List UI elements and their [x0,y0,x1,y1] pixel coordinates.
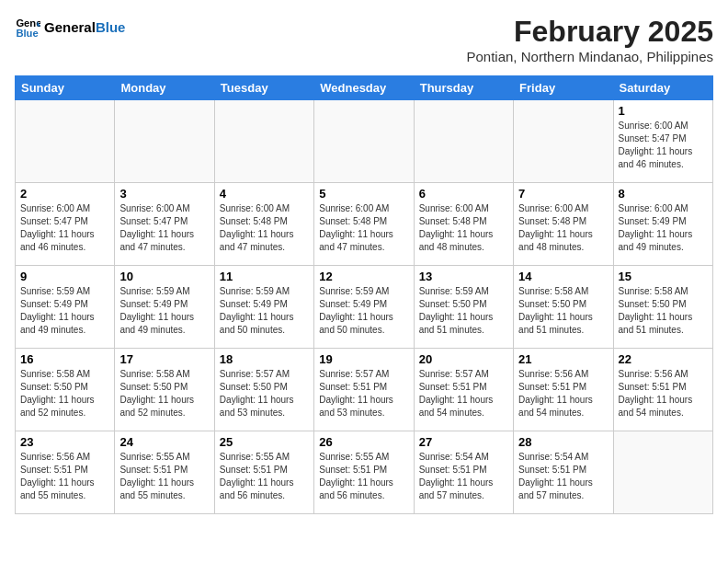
day-number: 4 [220,187,309,201]
calendar-cell: 19Sunrise: 5:57 AM Sunset: 5:51 PM Dayli… [314,349,414,431]
calendar-cell: 23Sunrise: 5:56 AM Sunset: 5:51 PM Dayli… [16,431,115,514]
day-number: 24 [119,435,209,449]
day-number: 10 [119,270,209,283]
day-number: 18 [220,352,309,366]
week-row-4: 16Sunrise: 5:58 AM Sunset: 5:50 PM Dayli… [16,349,713,431]
day-info: Sunrise: 5:55 AM Sunset: 5:51 PM Dayligh… [220,451,309,502]
calendar-cell: 27Sunrise: 5:54 AM Sunset: 5:51 PM Dayli… [414,431,513,514]
logo-blue: Blue [96,19,126,35]
day-number: 11 [220,270,309,283]
weekday-header-wednesday: Wednesday [314,76,414,100]
weekday-header-sunday: Sunday [16,76,115,100]
calendar-cell: 14Sunrise: 5:58 AM Sunset: 5:50 PM Dayli… [514,266,613,349]
page-header: General Blue GeneralBlue February 2025 P… [15,15,713,64]
week-row-1: 1Sunrise: 6:00 AM Sunset: 5:47 PM Daylig… [16,100,713,183]
calendar-cell: 11Sunrise: 5:59 AM Sunset: 5:49 PM Dayli… [214,266,313,349]
calendar-cell: 26Sunrise: 5:55 AM Sunset: 5:51 PM Dayli… [314,431,414,514]
weekday-header-tuesday: Tuesday [214,76,313,100]
day-info: Sunrise: 6:00 AM Sunset: 5:48 PM Dayligh… [319,202,408,254]
calendar-cell: 17Sunrise: 5:58 AM Sunset: 5:50 PM Dayli… [115,349,214,431]
calendar-cell: 2Sunrise: 6:00 AM Sunset: 5:47 PM Daylig… [16,183,115,266]
day-info: Sunrise: 6:00 AM Sunset: 5:48 PM Dayligh… [220,202,309,254]
calendar-cell: 3Sunrise: 6:00 AM Sunset: 5:47 PM Daylig… [115,183,214,266]
calendar-cell: 8Sunrise: 6:00 AM Sunset: 5:49 PM Daylig… [613,183,712,266]
calendar-cell [16,100,115,183]
calendar-cell [115,100,214,183]
calendar-cell: 12Sunrise: 5:59 AM Sunset: 5:49 PM Dayli… [314,266,414,349]
day-number: 13 [419,270,508,283]
calendar-cell: 6Sunrise: 6:00 AM Sunset: 5:48 PM Daylig… [414,183,513,266]
day-info: Sunrise: 6:00 AM Sunset: 5:47 PM Dayligh… [619,120,708,171]
day-number: 9 [20,270,109,283]
calendar-cell: 9Sunrise: 5:59 AM Sunset: 5:49 PM Daylig… [16,266,115,349]
week-row-3: 9Sunrise: 5:59 AM Sunset: 5:49 PM Daylig… [16,266,713,349]
day-info: Sunrise: 6:00 AM Sunset: 5:49 PM Dayligh… [619,202,708,254]
day-number: 26 [319,435,408,449]
day-number: 27 [419,435,508,449]
day-number: 1 [619,104,708,118]
location-title: Pontian, Northern Mindanao, Philippines [467,49,714,64]
day-info: Sunrise: 5:59 AM Sunset: 5:49 PM Dayligh… [119,285,209,337]
day-number: 16 [20,352,109,366]
weekday-header-monday: Monday [115,76,214,100]
day-number: 28 [518,435,608,449]
calendar-cell: 5Sunrise: 6:00 AM Sunset: 5:48 PM Daylig… [314,183,414,266]
day-number: 25 [220,435,309,449]
calendar-cell: 21Sunrise: 5:56 AM Sunset: 5:51 PM Dayli… [514,349,613,431]
day-number: 2 [20,187,109,201]
week-row-5: 23Sunrise: 5:56 AM Sunset: 5:51 PM Dayli… [16,431,713,514]
day-info: Sunrise: 5:57 AM Sunset: 5:50 PM Dayligh… [220,368,309,419]
calendar-cell: 18Sunrise: 5:57 AM Sunset: 5:50 PM Dayli… [214,349,313,431]
day-number: 7 [518,187,608,201]
day-info: Sunrise: 5:59 AM Sunset: 5:49 PM Dayligh… [220,285,309,337]
calendar-cell: 24Sunrise: 5:55 AM Sunset: 5:51 PM Dayli… [115,431,214,514]
day-number: 21 [518,352,608,366]
day-info: Sunrise: 5:55 AM Sunset: 5:51 PM Dayligh… [319,451,408,502]
calendar-cell: 13Sunrise: 5:59 AM Sunset: 5:50 PM Dayli… [414,266,513,349]
day-info: Sunrise: 5:59 AM Sunset: 5:49 PM Dayligh… [20,285,109,337]
calendar-cell [514,100,613,183]
title-block: February 2025 Pontian, Northern Mindanao… [467,15,714,64]
day-number: 23 [20,435,109,449]
day-info: Sunrise: 5:58 AM Sunset: 5:50 PM Dayligh… [619,285,708,337]
day-number: 8 [619,187,708,201]
day-number: 19 [319,352,408,366]
day-number: 5 [319,187,408,201]
day-number: 14 [518,270,608,283]
calendar-cell: 16Sunrise: 5:58 AM Sunset: 5:50 PM Dayli… [16,349,115,431]
day-info: Sunrise: 5:57 AM Sunset: 5:51 PM Dayligh… [319,368,408,419]
day-number: 6 [419,187,508,201]
day-info: Sunrise: 5:54 AM Sunset: 5:51 PM Dayligh… [518,451,608,502]
svg-text:Blue: Blue [16,28,38,39]
logo: General Blue GeneralBlue [15,15,125,40]
day-info: Sunrise: 5:55 AM Sunset: 5:51 PM Dayligh… [119,451,209,502]
svg-text:General: General [16,17,40,29]
day-number: 20 [419,352,508,366]
day-number: 3 [119,187,209,201]
week-row-2: 2Sunrise: 6:00 AM Sunset: 5:47 PM Daylig… [16,183,713,266]
weekday-header-thursday: Thursday [414,76,513,100]
day-number: 15 [619,270,708,283]
day-info: Sunrise: 5:58 AM Sunset: 5:50 PM Dayligh… [518,285,608,337]
day-info: Sunrise: 6:00 AM Sunset: 5:47 PM Dayligh… [119,202,209,254]
logo-icon: General Blue [15,15,40,40]
day-info: Sunrise: 5:57 AM Sunset: 5:51 PM Dayligh… [419,368,508,419]
day-info: Sunrise: 5:58 AM Sunset: 5:50 PM Dayligh… [20,368,109,419]
calendar-cell [414,100,513,183]
day-info: Sunrise: 5:59 AM Sunset: 5:50 PM Dayligh… [419,285,508,337]
calendar-cell: 10Sunrise: 5:59 AM Sunset: 5:49 PM Dayli… [115,266,214,349]
day-info: Sunrise: 5:59 AM Sunset: 5:49 PM Dayligh… [319,285,408,337]
calendar-cell: 1Sunrise: 6:00 AM Sunset: 5:47 PM Daylig… [613,100,712,183]
calendar-cell: 4Sunrise: 6:00 AM Sunset: 5:48 PM Daylig… [214,183,313,266]
calendar-table: SundayMondayTuesdayWednesdayThursdayFrid… [15,75,713,514]
calendar-cell: 15Sunrise: 5:58 AM Sunset: 5:50 PM Dayli… [613,266,712,349]
calendar-cell: 25Sunrise: 5:55 AM Sunset: 5:51 PM Dayli… [214,431,313,514]
calendar-cell [314,100,414,183]
calendar-cell: 7Sunrise: 6:00 AM Sunset: 5:48 PM Daylig… [514,183,613,266]
day-info: Sunrise: 5:54 AM Sunset: 5:51 PM Dayligh… [419,451,508,502]
day-info: Sunrise: 5:56 AM Sunset: 5:51 PM Dayligh… [619,368,708,419]
day-info: Sunrise: 5:58 AM Sunset: 5:50 PM Dayligh… [119,368,209,419]
day-info: Sunrise: 6:00 AM Sunset: 5:47 PM Dayligh… [20,202,109,254]
day-info: Sunrise: 5:56 AM Sunset: 5:51 PM Dayligh… [20,451,109,502]
day-number: 12 [319,270,408,283]
